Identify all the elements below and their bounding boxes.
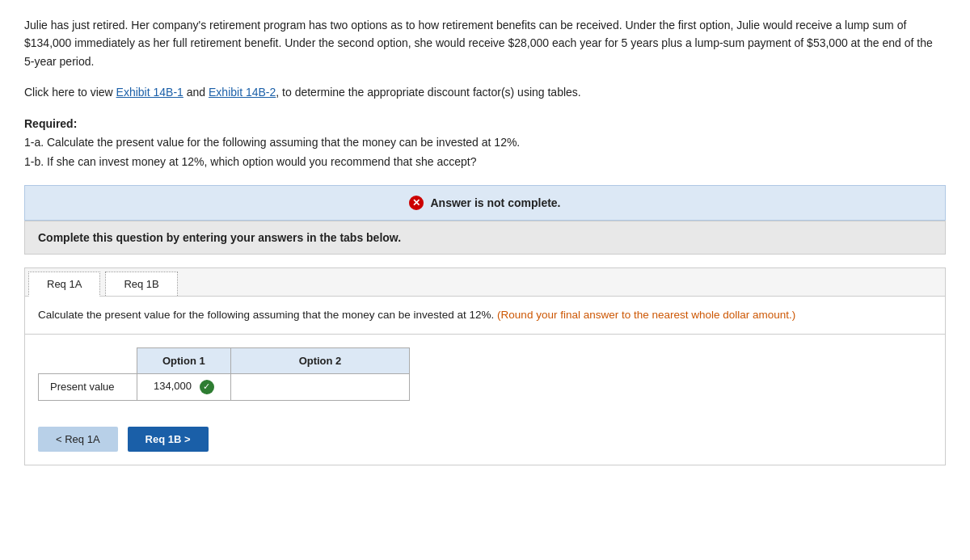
tabs-bar: Req 1A Req 1B [25, 268, 945, 297]
option1-value: 134,000 [154, 380, 192, 392]
tab-req1b[interactable]: Req 1B [105, 272, 177, 296]
table-wrapper: Option 1 Option 2 Present value 134,000 … [25, 335, 945, 414]
tabs-content-area: Req 1A Req 1B Calculate the present valu… [24, 267, 946, 465]
instruction-text: Calculate the present value for the foll… [38, 309, 494, 321]
error-icon: ✕ [409, 196, 424, 210]
required-item2: 1-b. If she can invest money at 12%, whi… [24, 153, 946, 172]
option2-value-cell[interactable] [230, 373, 409, 400]
instruction-highlight: (Round your final answer to the nearest … [497, 309, 795, 321]
option1-value-cell: 134,000 ✓ [137, 373, 230, 400]
col-header-option1: Option 1 [137, 347, 230, 373]
tab-req1a[interactable]: Req 1A [28, 272, 100, 297]
answer-banner: ✕ Answer is not complete. [24, 185, 946, 221]
required-label: Required: [24, 117, 77, 130]
question-instruction: Calculate the present value for the foll… [25, 297, 945, 335]
next-button[interactable]: Req 1B > [128, 427, 209, 452]
links-suffix: , to determine the appropriate discount … [276, 86, 580, 99]
intro-paragraph: Julie has just retired. Her company's re… [24, 16, 946, 70]
links-line: Click here to view Exhibit 14B-1 and Exh… [24, 83, 946, 101]
table-row: Present value 134,000 ✓ [39, 373, 410, 400]
exhibit-14b2-link[interactable]: Exhibit 14B-2 [209, 86, 276, 99]
nav-buttons: < Req 1A Req 1B > [25, 414, 945, 452]
row-label-present-value: Present value [39, 373, 137, 400]
required-item1: 1-a. Calculate the present value for the… [24, 133, 946, 153]
exhibit-14b1-link[interactable]: Exhibit 14B-1 [116, 86, 183, 99]
col-header-option2: Option 2 [230, 347, 409, 373]
checkmark-icon: ✓ [200, 380, 214, 394]
answer-banner-text: Answer is not complete. [430, 196, 560, 209]
required-section: Required: 1-a. Calculate the present val… [24, 115, 946, 172]
complete-box-text: Complete this question by entering your … [38, 231, 401, 244]
option2-input[interactable] [242, 381, 398, 393]
present-value-table: Option 1 Option 2 Present value 134,000 … [38, 347, 410, 401]
complete-question-box: Complete this question by entering your … [24, 221, 946, 255]
links-prefix: Click here to view [24, 86, 116, 99]
prev-button[interactable]: < Req 1A [38, 427, 118, 452]
col-header-empty [39, 347, 137, 373]
links-middle: and [183, 86, 209, 99]
